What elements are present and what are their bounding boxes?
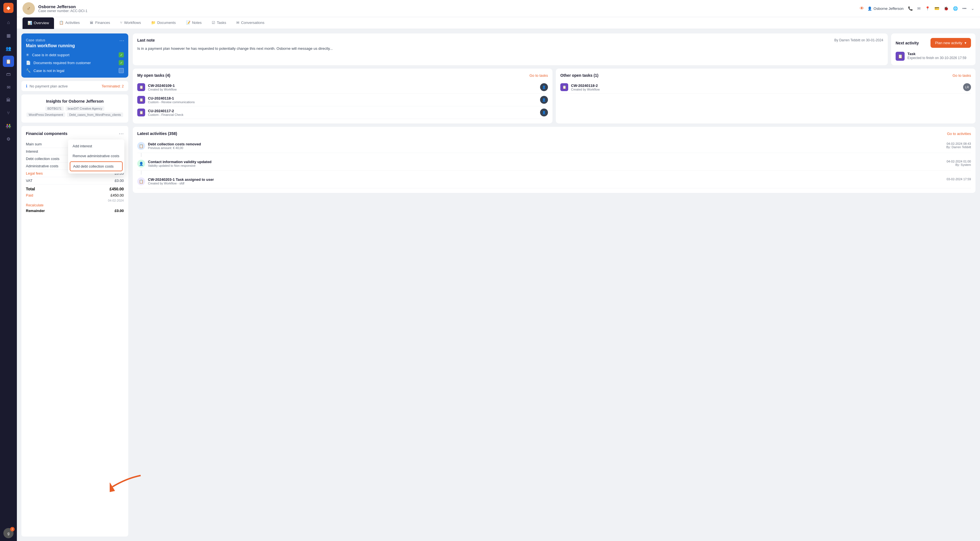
financial-more-icon[interactable]: ⋯ xyxy=(119,130,124,136)
insights-tags: BDTBG71 branDIT Creative Agency WordPres… xyxy=(26,106,124,117)
other-task-id-0: CW-20240118-2 xyxy=(571,84,960,88)
task-sub-0: Created by Workflow xyxy=(148,88,537,91)
payment-bar-text: No payment plan active xyxy=(30,84,68,88)
legal-fees-label[interactable]: Legal fees xyxy=(26,171,43,176)
tab-documents-label: Documents xyxy=(157,21,176,25)
tab-activities[interactable]: 📋 Activities xyxy=(54,17,85,29)
sidebar: ◆ ⌂ ▦ 👥 📋 🗃 ✉ 🏛 ⑂ 👫 ⚙ g 2 xyxy=(0,0,17,541)
sidebar-item-branch[interactable]: ⑂ xyxy=(3,108,14,119)
payment-bar-left: ℹ No payment plan active xyxy=(26,84,68,88)
task-icon-2: 📋 xyxy=(137,108,145,116)
task-icon-0: 📋 xyxy=(137,83,145,91)
plan-activity-chevron: ▾ xyxy=(964,41,967,45)
case-status-menu-icon[interactable]: ⋯ xyxy=(119,37,124,44)
top-row: Last note By Darren Tebbitt on 30-01-202… xyxy=(133,33,975,65)
tab-finances[interactable]: 🏛 Finances xyxy=(85,17,115,29)
insights-tag-1: branDIT Creative Agency xyxy=(65,106,105,111)
task-sub-2: Custom - Financial Check xyxy=(148,113,537,116)
insights-title: Insights for Osborne Jefferson xyxy=(26,99,124,103)
case-status-label-1: Documents required from customer xyxy=(33,61,116,65)
vat-label: VAT xyxy=(26,179,32,183)
other-tasks-card: Other open tasks (1) Go to tasks 📋 CW-20… xyxy=(556,68,975,124)
tab-documents[interactable]: 📁 Documents xyxy=(146,17,181,29)
paid-label[interactable]: Paid xyxy=(26,193,33,197)
other-tasks-link[interactable]: Go to tasks xyxy=(953,73,971,78)
chevron-down-icon[interactable]: ⌄ xyxy=(971,6,974,11)
activity-icon-1: 👤 xyxy=(137,160,145,168)
sidebar-user-avatar[interactable]: g 2 xyxy=(3,528,13,538)
interest-label: Interest xyxy=(26,149,38,154)
plan-new-activity-button[interactable]: Plan new activity ▾ xyxy=(931,38,971,48)
task-info-1: CU-20240118-1 Custom - Review communicat… xyxy=(148,96,537,104)
more-icon[interactable]: ••• xyxy=(962,6,967,11)
activity-connector-0 xyxy=(141,153,142,157)
sidebar-item-people[interactable]: 👥 xyxy=(3,43,14,54)
bug-icon[interactable]: 🐞 xyxy=(944,6,948,11)
globe-icon[interactable]: 🌐 xyxy=(953,6,958,11)
task-info-2: CU-20240117-2 Custom - Financial Check xyxy=(148,109,537,116)
email-icon[interactable]: ✉ xyxy=(917,6,921,11)
tab-notes[interactable]: 📝 Notes xyxy=(181,17,207,29)
activities-icon: 📋 xyxy=(59,21,64,25)
activity-date-2: 03-02-2024 17:59 xyxy=(947,178,971,181)
card-icon[interactable]: 💳 xyxy=(934,6,939,11)
dropdown-add-interest[interactable]: Add interest xyxy=(68,141,124,151)
tab-tasks[interactable]: ☑ Tasks xyxy=(207,17,231,29)
sidebar-logo[interactable]: ◆ xyxy=(3,3,13,13)
admin-label: Administrative costs xyxy=(26,164,59,168)
financial-title: Financial components xyxy=(26,131,67,136)
overview-icon: 📊 xyxy=(27,21,32,25)
sidebar-item-groups[interactable]: 👫 xyxy=(3,121,14,132)
activities-link[interactable]: Go to activities xyxy=(947,132,971,136)
tab-overview[interactable]: 📊 Overview xyxy=(22,17,54,29)
sidebar-item-stack[interactable]: 🗃 xyxy=(3,68,14,80)
location-icon[interactable]: 📍 xyxy=(925,6,930,11)
topbar-avatar: ♂ xyxy=(22,2,35,14)
phone-icon[interactable]: 📞 xyxy=(908,6,913,11)
case-status-checkbox-0[interactable] xyxy=(119,52,124,57)
main-sum-label: Main sum xyxy=(26,142,41,146)
my-tasks-title: My open tasks (4) xyxy=(137,73,170,78)
terminated-link[interactable]: Terminated: 2 xyxy=(102,84,124,88)
right-panels: Last note By Darren Tebbitt on 30-01-202… xyxy=(133,33,975,536)
sidebar-item-dashboard[interactable]: ▦ xyxy=(3,30,14,41)
financial-total: Total £450.00 xyxy=(26,184,124,192)
insights-card: Insights for Osborne Jefferson BDTBG71 b… xyxy=(21,95,128,122)
my-tasks-link[interactable]: Go to tasks xyxy=(530,73,548,78)
case-status-checkbox-2[interactable] xyxy=(119,68,124,73)
tab-conversations[interactable]: ✉ Conversations xyxy=(231,17,269,29)
activity-timestamp-2: 03-02-2024 17:59 xyxy=(947,178,971,181)
activity-icon-2: 📋 xyxy=(137,178,145,185)
recalculate-link[interactable]: Recalculate xyxy=(26,203,124,207)
activities-card: Latest activities (358) Go to activities… xyxy=(133,127,975,193)
page-content: Case status Main workflow running ⋯ ✳ Ca… xyxy=(17,29,980,541)
sidebar-item-home[interactable]: ⌂ xyxy=(3,17,14,28)
topbar-actions: 👤 Osborne Jefferson 📞 ✉ 📍 💳 🐞 🌐 ••• ⌄ xyxy=(867,6,974,11)
sidebar-item-settings[interactable]: ⚙ xyxy=(3,133,14,144)
task-info-0: CW-20240109-1 Created by Workflow xyxy=(148,84,537,91)
last-note-card: Last note By Darren Tebbitt on 30-01-202… xyxy=(133,33,888,65)
sidebar-item-bank[interactable]: 🏛 xyxy=(3,95,14,106)
topbar-info: Osborne Jefferson Case owner number: ACC… xyxy=(38,4,854,13)
eye-icon[interactable]: 👁 xyxy=(860,6,864,11)
legal-icon: 🔧 xyxy=(26,68,31,73)
dropdown-remove-admin[interactable]: Remove administrative costs xyxy=(68,151,124,161)
paid-value: £450.00 xyxy=(111,193,124,197)
task-sub-1: Custom - Review communications xyxy=(148,100,537,104)
financial-row-vat: VAT £0.00 xyxy=(26,177,124,184)
case-status-item-0: ✳ Case is in debt support xyxy=(26,52,124,57)
main-content: ♂ Osborne Jefferson Case owner number: A… xyxy=(17,0,980,541)
financial-remainder: Remainder £0.00 xyxy=(26,207,124,214)
sidebar-item-mail[interactable]: ✉ xyxy=(3,81,14,93)
sidebar-item-cases[interactable]: 📋 xyxy=(3,56,14,67)
last-note-text: Is in a payment plan however he has requ… xyxy=(137,46,883,51)
debt-collection-label: Debt collection costs xyxy=(26,157,59,161)
next-activity-item: 📋 Task Expected to finish on 30-10-2026 … xyxy=(896,52,971,61)
other-task-icon-0: 📋 xyxy=(560,83,568,91)
dropdown-add-debt-collection[interactable]: Add debt collection costs xyxy=(70,162,123,171)
task-id-2: CU-20240117-2 xyxy=(148,109,537,113)
tab-workflows[interactable]: ⑂ Workflows xyxy=(115,17,146,29)
next-activity-item-title: Task xyxy=(907,52,966,56)
documents-required-icon: 📄 xyxy=(26,60,31,65)
case-status-checkbox-1[interactable] xyxy=(119,60,124,65)
